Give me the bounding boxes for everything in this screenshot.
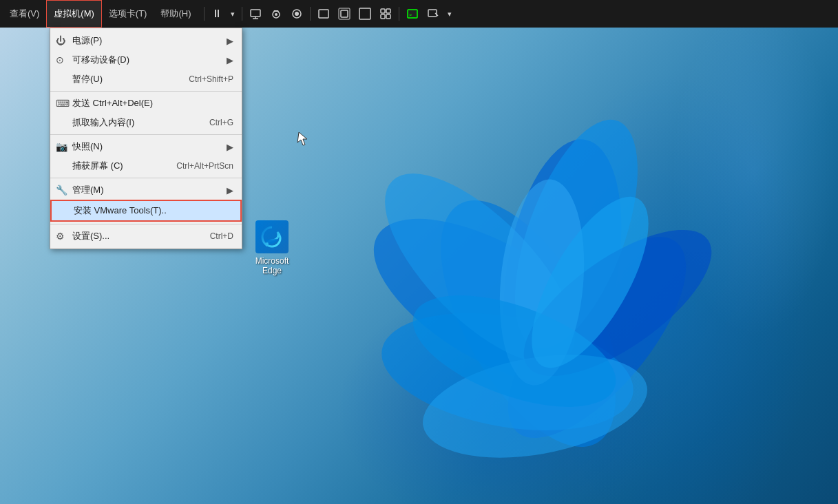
svg-rect-0 <box>251 10 260 17</box>
svg-rect-13 <box>381 14 385 19</box>
send-ctrl-alt-del-button[interactable] <box>245 0 266 28</box>
removable-arrow: ▶ <box>227 55 233 65</box>
snapshot-icon: 📷 <box>56 141 67 152</box>
menu-separator-4 <box>50 224 242 224</box>
menu-separator-3 <box>50 178 242 178</box>
toolbar-separator-3 <box>310 7 311 21</box>
record-button[interactable] <box>286 0 307 28</box>
pause-dropdown-button[interactable]: ▾ <box>227 0 239 28</box>
power-icon: ⏻ <box>56 35 65 46</box>
grab-input-shortcut: Ctrl+G <box>196 118 233 127</box>
snapshot-arrow: ▶ <box>227 142 233 152</box>
edge-icon-image <box>255 220 289 253</box>
svg-text:>_: >_ <box>409 12 415 18</box>
fullscreen-button[interactable] <box>423 0 443 28</box>
manage-icon: 🔧 <box>56 185 67 196</box>
settings-shortcut: Ctrl+D <box>196 231 233 241</box>
console-button[interactable]: >_ <box>402 0 423 28</box>
view-dropdown-button[interactable]: ▾ <box>443 0 456 28</box>
svg-rect-12 <box>386 9 390 13</box>
send-cad-icon: ⌨ <box>56 98 70 109</box>
removable-icon: ⊙ <box>56 54 64 65</box>
menubar: 查看(V) 虚拟机(M) 选项卡(T) 帮助(H) ⏸ ▾ >_ <box>0 0 838 28</box>
menu-item-power[interactable]: ⏻ 电源(P) ▶ <box>50 31 242 50</box>
menu-item-pause[interactable]: 暂停(U) Ctrl+Shift+P <box>50 70 242 89</box>
toolbar-separator-4 <box>399 7 399 21</box>
menu-separator-2 <box>50 134 242 135</box>
svg-rect-11 <box>381 9 385 13</box>
svg-rect-14 <box>386 14 390 19</box>
pause-shortcut: Ctrl+Shift+P <box>175 74 233 84</box>
vm-dropdown-menu: ⏻ 电源(P) ▶ ⊙ 可移动设备(D) ▶ 暂停(U) Ctrl+Shift+… <box>50 28 242 249</box>
svg-rect-8 <box>341 10 348 17</box>
menu-item-settings[interactable]: ⚙ 设置(S)... Ctrl+D <box>50 227 242 246</box>
settings-icon: ⚙ <box>56 231 65 242</box>
edge-icon-label: Microsoft Edge <box>244 256 300 275</box>
menu-view[interactable]: 查看(V) <box>3 0 46 28</box>
menu-item-send-cad[interactable]: ⌨ 发送 Ctrl+Alt+Del(E) <box>50 94 242 113</box>
svg-point-6 <box>295 12 299 16</box>
snapshot-button[interactable] <box>266 0 286 28</box>
menu-tabs[interactable]: 选项卡(T) <box>102 0 154 28</box>
toolbar: ⏸ ▾ >_ ▾ <box>201 0 456 28</box>
view-full-button[interactable] <box>355 0 375 28</box>
svg-rect-7 <box>319 10 328 18</box>
view-fit-button[interactable] <box>334 0 355 28</box>
svg-point-4 <box>275 13 277 16</box>
manage-arrow: ▶ <box>227 185 233 196</box>
menu-item-grab-input[interactable]: 抓取输入内容(I) Ctrl+G <box>50 113 242 132</box>
wallpaper-flower <box>287 62 769 504</box>
view-normal-button[interactable] <box>313 0 334 28</box>
menu-item-snapshot[interactable]: 📷 快照(N) ▶ <box>50 137 242 156</box>
menu-item-removable[interactable]: ⊙ 可移动设备(D) ▶ <box>50 50 242 70</box>
menu-item-manage[interactable]: 🔧 管理(M) ▶ <box>50 180 242 200</box>
svg-rect-10 <box>359 8 370 19</box>
menu-vm[interactable]: 虚拟机(M) <box>46 0 102 28</box>
menu-separator-1 <box>50 91 242 92</box>
menu-item-capture-screen[interactable]: 捕获屏幕 (C) Ctrl+Alt+PrtScn <box>50 156 242 176</box>
power-arrow: ▶ <box>227 36 233 46</box>
capture-screen-shortcut: Ctrl+Alt+PrtScn <box>163 161 233 171</box>
toolbar-separator-1 <box>204 7 205 21</box>
microsoft-edge-icon[interactable]: Microsoft Edge <box>244 220 300 275</box>
menu-help[interactable]: 帮助(H) <box>154 0 198 28</box>
toolbar-separator-2 <box>242 7 242 21</box>
view-unity-button[interactable] <box>375 0 396 28</box>
menu-item-install-tools[interactable]: 安装 VMware Tools(T).. <box>50 200 242 222</box>
pause-button[interactable]: ⏸ <box>207 0 227 28</box>
